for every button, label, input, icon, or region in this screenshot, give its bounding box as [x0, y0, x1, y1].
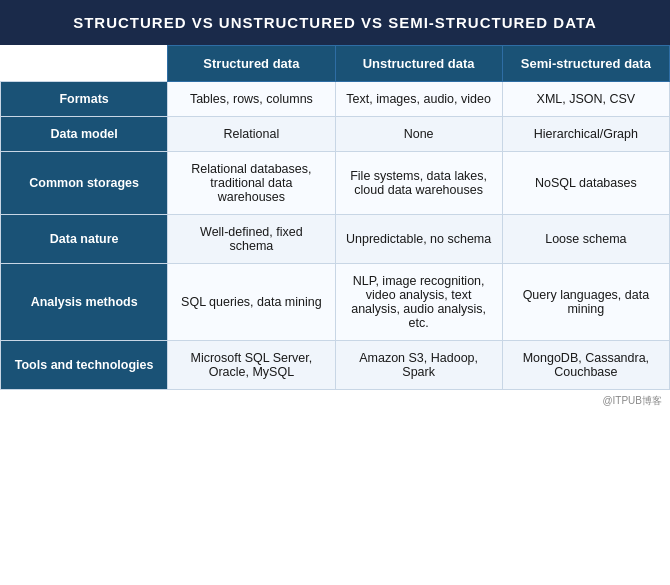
watermark: @ITPUB博客: [0, 390, 670, 410]
table-body: FormatsTables, rows, columnsText, images…: [1, 82, 670, 390]
row-2-col3: NoSQL databases: [502, 152, 669, 215]
header-col0: [1, 46, 168, 82]
table-row: Data modelRelationalNoneHierarchical/Gra…: [1, 117, 670, 152]
row-0-col2: Text, images, audio, video: [335, 82, 502, 117]
row-2-col2: File systems, data lakes, cloud data war…: [335, 152, 502, 215]
row-4-col1: SQL queries, data mining: [168, 264, 335, 341]
row-3-col2: Unpredictable, no schema: [335, 215, 502, 264]
page: STRUCTURED VS UNSTRUCTURED VS SEMI-STRUC…: [0, 0, 670, 410]
row-1-col3: Hierarchical/Graph: [502, 117, 669, 152]
header-col2: Unstructured data: [335, 46, 502, 82]
row-1-col2: None: [335, 117, 502, 152]
table-row: Data natureWell-defined, fixed schemaUnp…: [1, 215, 670, 264]
row-label: Formats: [1, 82, 168, 117]
row-label: Data nature: [1, 215, 168, 264]
row-4-col2: NLP, image recognition, video analysis, …: [335, 264, 502, 341]
row-label: Common storages: [1, 152, 168, 215]
table-row: Tools and technologiesMicrosoft SQL Serv…: [1, 341, 670, 390]
comparison-table: Structured data Unstructured data Semi-s…: [0, 45, 670, 390]
table-row: FormatsTables, rows, columnsText, images…: [1, 82, 670, 117]
row-4-col3: Query languages, data mining: [502, 264, 669, 341]
row-5-col3: MongoDB, Cassandra, Couchbase: [502, 341, 669, 390]
row-0-col3: XML, JSON, CSV: [502, 82, 669, 117]
row-5-col1: Microsoft SQL Server, Oracle, MySQL: [168, 341, 335, 390]
header-col3: Semi-structured data: [502, 46, 669, 82]
page-title: STRUCTURED VS UNSTRUCTURED VS SEMI-STRUC…: [0, 0, 670, 45]
row-3-col1: Well-defined, fixed schema: [168, 215, 335, 264]
row-label: Data model: [1, 117, 168, 152]
table-header-row: Structured data Unstructured data Semi-s…: [1, 46, 670, 82]
header-col1: Structured data: [168, 46, 335, 82]
row-0-col1: Tables, rows, columns: [168, 82, 335, 117]
row-5-col2: Amazon S3, Hadoop, Spark: [335, 341, 502, 390]
row-label: Tools and technologies: [1, 341, 168, 390]
table-row: Common storagesRelational databases, tra…: [1, 152, 670, 215]
row-2-col1: Relational databases, traditional data w…: [168, 152, 335, 215]
row-label: Analysis methods: [1, 264, 168, 341]
table-row: Analysis methodsSQL queries, data mining…: [1, 264, 670, 341]
row-3-col3: Loose schema: [502, 215, 669, 264]
row-1-col1: Relational: [168, 117, 335, 152]
